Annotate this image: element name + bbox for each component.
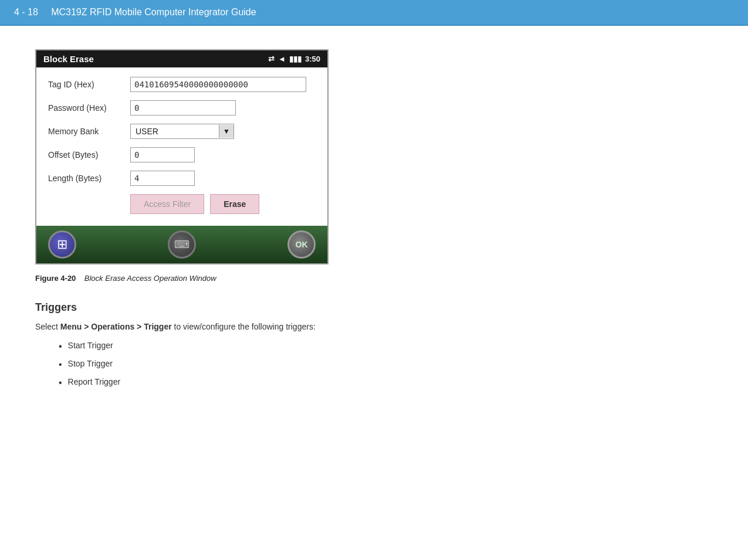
access-filter-button[interactable]: Access Filter (130, 194, 204, 214)
device-titlebar: Block Erase ⇄ ◄ ▮▮▮ 3:50 (36, 50, 327, 67)
length-label: Length (Bytes) (48, 174, 130, 183)
offset-input[interactable] (130, 147, 195, 162)
device-form: Tag ID (Hex) Password (Hex) Memory Bank … (36, 67, 327, 226)
main-content: Block Erase ⇄ ◄ ▮▮▮ 3:50 Tag ID (Hex) Pa… (0, 26, 748, 419)
keyboard-button[interactable]: ⌨ (168, 230, 196, 259)
section-intro-text: Select (35, 322, 58, 331)
section-heading: Triggers (35, 301, 713, 314)
erase-button[interactable]: Erase (210, 194, 259, 214)
memory-bank-value: USER (131, 124, 219, 138)
time-display: 3:50 (305, 55, 320, 63)
device-taskbar: ⊞ ⌨ OK (36, 226, 327, 263)
action-buttons: Access Filter Erase (130, 194, 316, 214)
list-item: Stop Trigger (59, 359, 713, 370)
windows-icon: ⊞ (57, 237, 67, 252)
memory-bank-dropdown-arrow[interactable]: ▼ (219, 125, 233, 138)
password-input[interactable] (130, 100, 236, 116)
sound-icon: ◄ (278, 55, 286, 63)
page-ref: 4 - 18 (14, 7, 38, 17)
figure-caption: Figure 4-20 Block Erase Access Operation… (35, 274, 713, 283)
memory-bank-row: Memory Bank USER ▼ (48, 124, 316, 139)
device-screenshot: Block Erase ⇄ ◄ ▮▮▮ 3:50 Tag ID (Hex) Pa… (35, 49, 329, 264)
device-window-title: Block Erase (43, 54, 94, 64)
tag-id-label: Tag ID (Hex) (48, 80, 130, 89)
offset-label: Offset (Bytes) (48, 150, 130, 159)
trigger-item-label: Report Trigger (68, 377, 120, 386)
header-title: MC319Z RFID Mobile Computer Integrator G… (51, 7, 256, 17)
list-item: Report Trigger (59, 377, 713, 388)
figure-caption-text: Block Erase Access Operation Window (84, 274, 216, 283)
list-item: Start Trigger (59, 341, 713, 352)
device-status-icons: ⇄ ◄ ▮▮▮ 3:50 (268, 55, 320, 63)
offset-row: Offset (Bytes) (48, 147, 316, 162)
keyboard-icon: ⌨ (174, 238, 189, 251)
windows-start-button[interactable]: ⊞ (48, 230, 76, 259)
tag-id-row: Tag ID (Hex) (48, 77, 316, 92)
trigger-item-label: Stop Trigger (68, 359, 113, 368)
figure-number: Figure 4-20 (35, 274, 76, 283)
section-intro-suffix: to view/configure the following triggers… (174, 322, 316, 331)
arrows-icon: ⇄ (268, 55, 275, 63)
triggers-list: Start Trigger Stop Trigger Report Trigge… (59, 341, 713, 389)
memory-bank-label: Memory Bank (48, 127, 130, 136)
trigger-item-label: Start Trigger (68, 341, 113, 350)
page-header: 4 - 18 MC319Z RFID Mobile Computer Integ… (0, 0, 748, 26)
password-label: Password (Hex) (48, 103, 130, 113)
section-menu-path: Menu > Operations > Trigger (60, 322, 172, 331)
ok-label: OK (296, 240, 308, 249)
length-row: Length (Bytes) (48, 171, 316, 186)
ok-button[interactable]: OK (287, 230, 316, 259)
length-input[interactable] (130, 171, 195, 186)
battery-icon: ▮▮▮ (289, 55, 302, 63)
tag-id-input[interactable] (130, 77, 306, 92)
memory-bank-select[interactable]: USER ▼ (130, 124, 234, 139)
password-row: Password (Hex) (48, 100, 316, 116)
section-intro: Select Menu > Operations > Trigger to vi… (35, 322, 713, 331)
